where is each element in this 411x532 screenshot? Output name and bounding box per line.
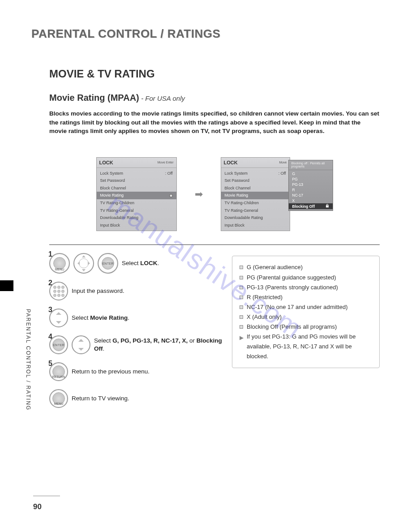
ratings-info-box: G (General audience) PG (Parental guidan… — [232, 256, 380, 368]
step-text: Select LOCK. — [122, 259, 159, 268]
popup-item: R — [289, 187, 333, 193]
menu-item: TV Rating-Children — [221, 199, 290, 207]
page-number: 90 — [33, 502, 42, 511]
popup-item: G — [289, 171, 333, 176]
lock-icon — [325, 204, 329, 209]
nav-wheel-icon — [73, 253, 94, 274]
step-5: 5 RETURN Return to the previous menu. — [49, 362, 223, 381]
info-note: If you set PG-13: G and PG movies will b… — [247, 332, 372, 361]
step-4: 4 ENTER Select G, PG, PG-13, R, NC-17, X… — [49, 335, 223, 354]
step-text: Select Movie Rating. — [72, 314, 129, 322]
side-tab-marker — [0, 280, 13, 291]
menu-item: Input Block — [221, 222, 290, 229]
square-bullet-icon — [240, 305, 243, 309]
square-bullet-icon — [240, 266, 243, 269]
menu-button-icon: MENU — [49, 389, 68, 408]
menu-item: Lock System: Off — [221, 170, 290, 177]
divider — [49, 245, 380, 245]
popup-item: X — [289, 198, 333, 203]
side-section-label: PARENTAL CONTROL / RATING — [25, 309, 31, 411]
screenshots-row: LOCK Move Enter Lock System: Off Set Pas… — [49, 157, 380, 232]
chapter-title: PARENTAL CONTROL / RATINGS — [31, 27, 380, 41]
step-2: 2 Input the password. — [49, 282, 223, 300]
menu-item-selected: Movie Rating — [221, 192, 290, 199]
enter-button-icon: ENTER — [98, 253, 118, 274]
menu-item: Block Channel — [221, 184, 290, 192]
step-text: Select G, PG, PG-13, R, NC-17, X, or Blo… — [94, 337, 223, 354]
menu-item: Downloadable Rating — [221, 214, 290, 222]
triangle-bullet-icon: ▶ — [240, 333, 243, 361]
up-down-icon — [72, 335, 90, 354]
popup-item: PG — [289, 176, 333, 182]
subsection-title: Movie Rating (MPAA) — [49, 93, 139, 103]
page-rule — [33, 496, 60, 496]
screen-title: LOCK — [99, 160, 113, 165]
step-3: 3 Select Movie Rating. — [49, 309, 223, 327]
info-item: X (Adult only) — [247, 312, 282, 322]
square-bullet-icon — [240, 325, 243, 329]
menu-item: TV Rating-General — [97, 207, 176, 215]
steps-list: 1 MENU ENTER Select LOCK. — [49, 253, 223, 416]
rating-popup: Blocking off : Permits all programs G PG… — [288, 160, 333, 211]
popup-description: Blocking off : Permits all programs — [289, 162, 333, 170]
popup-item-selected: Blocking Off — [289, 203, 333, 209]
arrow-right-icon: ➡ — [195, 189, 203, 200]
info-item: PG-13 (Parents strongly cautioned) — [247, 283, 338, 292]
lock-menu-screenshot-left: LOCK Move Enter Lock System: Off Set Pas… — [96, 157, 177, 232]
square-bullet-icon — [240, 286, 243, 289]
info-item: NC-17 (No one 17 and under admitted) — [247, 302, 347, 312]
menu-item: Set Password — [97, 177, 176, 184]
step-number: 4 — [48, 333, 52, 341]
intro-paragraph: Blocks movies according to the movie rat… — [49, 109, 380, 136]
step-number: 3 — [48, 306, 52, 314]
square-bullet-icon — [240, 276, 243, 279]
subsection-note: - For USA only — [141, 94, 185, 102]
info-item: Blocking Off (Permits all programs) — [247, 322, 337, 332]
menu-item: Block Channel — [97, 184, 176, 192]
popup-item: NC-17 — [289, 193, 333, 198]
step-number: 5 — [48, 360, 52, 368]
info-item: PG (Parental guidance suggested) — [247, 273, 336, 283]
section-title: MOVIE & TV RATING — [49, 68, 380, 80]
info-item: R (Restricted) — [247, 292, 283, 302]
screen-title: LOCK — [224, 160, 238, 165]
step-6: MENU Return to TV viewing. — [49, 389, 223, 408]
square-bullet-icon — [240, 296, 243, 299]
step-text: Return to TV viewing. — [72, 395, 129, 403]
step-number: 1 — [48, 250, 52, 258]
menu-item: Lock System: Off — [97, 170, 176, 177]
menu-item: TV Rating-Children — [97, 199, 176, 207]
menu-item: Set Password — [221, 177, 290, 184]
menu-item: Input Block — [97, 222, 176, 229]
square-bullet-icon — [240, 315, 243, 319]
screen-hint: Move Enter — [158, 161, 174, 164]
step-text: Input the password. — [72, 287, 124, 296]
info-item: G (General audience) — [247, 262, 303, 272]
step-number: 2 — [48, 279, 52, 287]
menu-item-selected: Movie Rating — [97, 192, 176, 199]
menu-item: TV Rating-General — [221, 207, 290, 215]
lock-menu-screenshot-right: LOCK Move Lock System: Off Set Password … — [221, 157, 333, 232]
popup-item: PG-13 — [289, 182, 333, 187]
menu-item: Downloadable Rating — [97, 214, 176, 222]
screen-hint: Move — [279, 161, 287, 164]
step-1: 1 MENU ENTER Select LOCK. — [49, 253, 223, 274]
step-text: Return to the previous menu. — [72, 368, 150, 376]
selection-indicator-icon — [169, 194, 173, 197]
